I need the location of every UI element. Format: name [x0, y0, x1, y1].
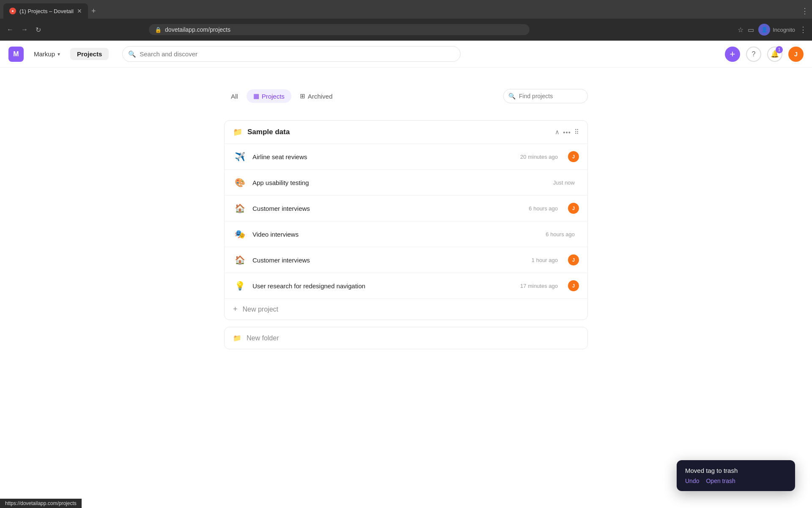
browser-more-button[interactable]: ⋮ [799, 25, 807, 34]
project-time-0: 20 minutes ago [520, 154, 558, 160]
new-project-label: New project [243, 306, 278, 313]
url-text: dovetailapp.com/projects [165, 26, 230, 33]
tab-bar: ● (1) Projects – Dovetail ✕ + ⋮ [0, 0, 812, 19]
folder-name: Sample data [247, 128, 550, 136]
table-row[interactable]: 🏠 Customer interviews 1 hour ago J [225, 247, 587, 273]
new-folder-button[interactable]: 📁 New folder [224, 327, 588, 349]
new-project-button[interactable]: + New project [225, 298, 587, 320]
project-name-4: Customer interviews [252, 257, 526, 264]
search-wrap: 🔍 [122, 46, 461, 62]
project-name-1: App usability testing [252, 179, 547, 186]
find-projects-icon: 🔍 [508, 93, 516, 99]
new-folder-label: New folder [247, 334, 279, 342]
project-emoji-2: 🏠 [233, 202, 247, 215]
filter-all[interactable]: All [224, 90, 245, 103]
main-content: All ▦ Projects ⊞ Archived 🔍 📁 Sample da [216, 68, 596, 370]
url-bar[interactable]: 🔒 dovetailapp.com/projects [149, 24, 529, 35]
filter-search: 🔍 [503, 89, 588, 103]
user-avatar-button[interactable]: J [788, 47, 804, 62]
filter-all-label: All [231, 93, 238, 100]
folder-menu-button[interactable]: ••• [563, 129, 571, 136]
project-avatar-0: J [568, 151, 579, 162]
table-row[interactable]: 💡 User research for redesigned navigatio… [225, 273, 587, 298]
tab-title: (1) Projects – Dovetail [19, 8, 74, 14]
new-tab-button[interactable]: + [91, 7, 96, 16]
notification-badge: 1 [776, 46, 783, 53]
toast-actions: Undo Open trash [685, 478, 787, 484]
project-name-2: Customer interviews [252, 205, 523, 212]
profile-button[interactable]: 👤 Incognito [758, 24, 795, 36]
project-emoji-1: 🎨 [233, 176, 247, 189]
markup-dropdown-arrow: ▾ [58, 51, 60, 57]
bookmark-button[interactable]: ☆ [738, 26, 743, 34]
project-name-3: Video interviews [252, 231, 540, 238]
project-avatar-4: J [568, 254, 579, 265]
app: M Markup ▾ Projects 🔍 + ? 🔔 1 J All [0, 41, 812, 508]
toast-open-trash-button[interactable]: Open trash [706, 478, 735, 484]
filter-tabs: All ▦ Projects ⊞ Archived 🔍 [224, 89, 588, 103]
notification-button[interactable]: 🔔 1 [767, 47, 782, 62]
project-time-5: 17 minutes ago [520, 283, 558, 289]
create-button[interactable]: + [725, 47, 740, 62]
project-time-4: 1 hour ago [532, 257, 558, 263]
table-row[interactable]: 🎭 Video interviews 6 hours ago [225, 221, 587, 247]
filter-projects-icon: ▦ [253, 92, 259, 100]
folder-header: 📁 Sample data ∧ ••• ⠿ [225, 121, 587, 144]
markup-label: Markup [34, 50, 55, 58]
project-emoji-4: 🏠 [233, 253, 247, 267]
help-button[interactable]: ? [746, 47, 761, 62]
filter-projects[interactable]: ▦ Projects [247, 89, 291, 103]
folder-actions: ∧ ••• ⠿ [555, 128, 579, 136]
filter-projects-label: Projects [262, 93, 285, 100]
project-name-5: User research for redesigned navigation [252, 282, 514, 290]
table-row[interactable]: ✈️ Airline seat reviews 20 minutes ago J [225, 144, 587, 169]
tab-favicon: ● [9, 8, 16, 14]
browser-frame: ● (1) Projects – Dovetail ✕ + ⋮ ← → ↻ 🔒 … [0, 0, 812, 41]
search-icon: 🔍 [128, 50, 136, 58]
folder-collapse-button[interactable]: ∧ [555, 128, 560, 136]
search-bar: 🔍 [122, 46, 461, 62]
table-row[interactable]: 🏠 Customer interviews 6 hours ago J [225, 195, 587, 221]
project-avatar-5: J [568, 280, 579, 291]
tab-extras-button[interactable]: ⋮ [801, 6, 809, 16]
filter-archived-label: Archived [308, 93, 332, 100]
folder-card: 📁 Sample data ∧ ••• ⠿ ✈️ Airline seat re… [224, 120, 588, 320]
find-projects-input[interactable] [503, 89, 588, 103]
filter-archived-icon: ⊞ [300, 92, 305, 100]
project-name-0: Airline seat reviews [252, 153, 514, 160]
folder-icon: 📁 [233, 127, 242, 137]
project-emoji-3: 🎭 [233, 227, 247, 241]
workspace-button[interactable]: M [8, 47, 24, 62]
toast-title: Moved tag to trash [685, 467, 787, 474]
project-emoji-0: ✈️ [233, 150, 247, 163]
forward-button[interactable]: → [19, 24, 30, 35]
project-avatar-2: J [568, 203, 579, 214]
new-project-plus-icon: + [233, 305, 238, 314]
active-tab[interactable]: ● (1) Projects – Dovetail ✕ [3, 3, 88, 19]
address-bar: ← → ↻ 🔒 dovetailapp.com/projects ☆ ▭ 👤 I… [0, 19, 812, 41]
search-input[interactable] [122, 46, 461, 62]
profile-label: Incognito [773, 27, 795, 33]
back-button[interactable]: ← [5, 24, 15, 35]
projects-nav-button[interactable]: Projects [70, 48, 109, 60]
find-projects-wrap: 🔍 [503, 89, 588, 103]
status-url: https://dovetailapp.com/projects [5, 500, 77, 506]
project-emoji-5: 💡 [233, 279, 247, 293]
status-bar: https://dovetailapp.com/projects [0, 499, 82, 508]
profile-circle: 👤 [758, 24, 770, 36]
project-time-3: 6 hours ago [546, 231, 575, 237]
markup-menu-button[interactable]: Markup ▾ [29, 48, 65, 60]
table-row[interactable]: 🎨 App usability testing Just now [225, 169, 587, 195]
toast-notification: Moved tag to trash Undo Open trash [677, 460, 795, 491]
sidebar-button[interactable]: ▭ [748, 26, 754, 34]
project-time-1: Just now [553, 179, 575, 186]
tab-close-button[interactable]: ✕ [77, 8, 82, 14]
project-time-2: 6 hours ago [529, 205, 558, 212]
toast-undo-button[interactable]: Undo [685, 478, 699, 484]
filter-archived[interactable]: ⊞ Archived [293, 89, 339, 103]
folder-view-button[interactable]: ⠿ [574, 128, 579, 136]
nav-actions: + ? 🔔 1 J [725, 47, 804, 62]
reload-button[interactable]: ↻ [34, 24, 43, 36]
new-folder-icon: 📁 [233, 334, 241, 342]
lock-icon: 🔒 [155, 27, 162, 33]
